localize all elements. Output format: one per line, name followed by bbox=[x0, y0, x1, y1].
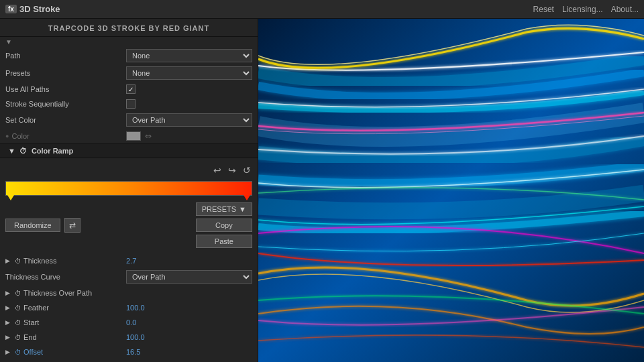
feather-expand-icon[interactable]: ▶ bbox=[5, 304, 10, 311]
redo-button[interactable]: ↪ bbox=[227, 164, 237, 177]
color-ramp-controls: ↩ ↪ ↺ bbox=[5, 164, 252, 177]
set-color-row: Set Color Over Path bbox=[0, 111, 258, 129]
offset-value: 16.5 bbox=[126, 348, 252, 356]
feather-row: ▶ ⏱ Feather 100.0 bbox=[0, 300, 258, 315]
thickness-over-path-expand-icon[interactable]: ▶ bbox=[5, 290, 10, 296]
use-all-paths-label: Use All Paths bbox=[5, 85, 126, 93]
color-value: ⇔ bbox=[126, 131, 252, 141]
loop-row: ⏱ Loop bbox=[0, 359, 258, 362]
start-clock-icon: ⏱ bbox=[15, 319, 21, 326]
start-expand-icon[interactable]: ▶ bbox=[5, 319, 10, 326]
use-all-paths-checkbox[interactable] bbox=[126, 84, 136, 94]
app-header: fx 3D Stroke Reset Licensing... About... bbox=[0, 0, 644, 19]
thickness-value: 2.7 bbox=[126, 257, 252, 265]
offset-expand-icon[interactable]: ▶ bbox=[5, 349, 10, 355]
thickness-clock-icon: ⏱ bbox=[15, 257, 21, 265]
licensing-link[interactable]: Licensing... bbox=[562, 5, 603, 14]
paste-button[interactable]: Paste bbox=[196, 235, 252, 248]
start-value: 0.0 bbox=[126, 318, 252, 326]
path-dropdown[interactable]: None bbox=[126, 49, 252, 62]
thickness-over-path-row: ▶ ⏱ Thickness Over Path bbox=[0, 286, 258, 300]
end-value: 100.0 bbox=[126, 333, 252, 341]
end-clock-icon: ⏱ bbox=[15, 334, 21, 341]
presets-label: PRESETS bbox=[202, 205, 236, 213]
copy-button[interactable]: Copy bbox=[196, 219, 252, 232]
thickness-curve-label: Thickness Curve bbox=[5, 273, 126, 281]
offset-clock-icon: ⏱ bbox=[15, 349, 21, 356]
presets-row: Presets None bbox=[0, 64, 258, 82]
presets-dropdown[interactable]: None bbox=[126, 66, 252, 80]
fx-badge: fx bbox=[5, 5, 17, 13]
color-row: ● Color ⇔ bbox=[0, 129, 258, 143]
offset-label: ▶ ⏱ Offset bbox=[5, 348, 126, 356]
path-row: Path None bbox=[0, 47, 258, 64]
about-link[interactable]: About... bbox=[611, 5, 639, 14]
color-ramp-header[interactable]: ▼ ⏱ Color Ramp bbox=[0, 143, 258, 158]
main-area: TRAPCODE 3D STROKE BY RED GIANT ▼ Path N… bbox=[0, 19, 644, 362]
thickness-curve-dropdown[interactable]: Over Path bbox=[126, 270, 252, 284]
path-label: Path bbox=[5, 52, 126, 60]
stroke-sequentially-checkbox[interactable] bbox=[126, 99, 136, 109]
thickness-curve-row: Thickness Curve Over Path bbox=[0, 268, 258, 286]
presets-label: Presets bbox=[5, 69, 126, 77]
gradient-stop-right[interactable] bbox=[244, 195, 250, 200]
path-value-container: None bbox=[126, 49, 252, 62]
end-label: ▶ ⏱ End bbox=[5, 333, 126, 341]
use-all-paths-value bbox=[126, 84, 252, 94]
reset-gradient-button[interactable]: ↺ bbox=[241, 164, 252, 177]
offset-number[interactable]: 16.5 bbox=[126, 348, 140, 356]
color-ramp-triangle: ▼ bbox=[8, 147, 15, 155]
gradient-bar[interactable] bbox=[5, 181, 252, 196]
preview-panel bbox=[258, 19, 644, 362]
gradient-left-buttons: Randomize ⇄ bbox=[5, 218, 80, 233]
thickness-number[interactable]: 2.7 bbox=[126, 257, 136, 265]
stroke-sequentially-row: Stroke Sequentially bbox=[0, 97, 258, 111]
color-ramp-section: ↩ ↪ ↺ Randomize ⇄ PRESETS ▼ bbox=[0, 158, 258, 253]
swap-button[interactable]: ⇄ bbox=[64, 218, 80, 233]
stroke-sequentially-label: Stroke Sequentially bbox=[5, 100, 126, 108]
gradient-right-buttons: PRESETS ▼ Copy Paste bbox=[196, 202, 252, 248]
color-swatch[interactable] bbox=[126, 131, 141, 141]
set-color-dropdown[interactable]: Over Path bbox=[126, 113, 252, 127]
presets-dropdown-icon: ▼ bbox=[239, 205, 246, 213]
set-color-value-container: Over Path bbox=[126, 113, 252, 127]
use-all-paths-row: Use All Paths bbox=[0, 82, 258, 97]
randomize-button[interactable]: Randomize bbox=[5, 219, 60, 232]
thickness-label: ▶ ⏱ Thickness bbox=[5, 257, 126, 265]
app-title: 3D Stroke bbox=[19, 4, 60, 14]
feather-number[interactable]: 100.0 bbox=[126, 304, 145, 312]
end-expand-icon[interactable]: ▶ bbox=[5, 334, 10, 341]
plugin-title: TRAPCODE 3D STROKE BY RED GIANT bbox=[0, 19, 258, 37]
left-panel: TRAPCODE 3D STROKE BY RED GIANT ▼ Path N… bbox=[0, 19, 258, 362]
feather-label: ▶ ⏱ Feather bbox=[5, 304, 126, 312]
color-ramp-label: Color Ramp bbox=[32, 147, 73, 155]
end-number[interactable]: 100.0 bbox=[126, 333, 145, 341]
offset-row: ▶ ⏱ Offset 16.5 bbox=[0, 345, 258, 359]
app-logo: fx 3D Stroke bbox=[5, 4, 60, 14]
presets-button[interactable]: PRESETS ▼ bbox=[196, 202, 252, 216]
thickness-curve-value: Over Path bbox=[126, 270, 252, 284]
start-row: ▶ ⏱ Start 0.0 bbox=[0, 315, 258, 330]
feather-value: 100.0 bbox=[126, 304, 252, 312]
start-label: ▶ ⏱ Start bbox=[5, 318, 126, 326]
preview-canvas bbox=[258, 19, 644, 362]
thickness-expand-icon[interactable]: ▶ bbox=[5, 257, 10, 264]
color-label: ● Color bbox=[5, 132, 126, 140]
set-color-label: Set Color bbox=[5, 116, 126, 124]
reset-link[interactable]: Reset bbox=[533, 5, 554, 14]
feather-clock-icon: ⏱ bbox=[15, 304, 21, 312]
thickness-row: ▶ ⏱ Thickness 2.7 bbox=[0, 253, 258, 268]
gradient-actions: Randomize ⇄ PRESETS ▼ Copy Paste bbox=[5, 202, 252, 248]
gradient-stop-left[interactable] bbox=[7, 195, 14, 200]
thickness-over-path-label: ▶ ⏱ Thickness Over Path bbox=[5, 289, 126, 297]
thickness-over-path-clock-icon: ⏱ bbox=[15, 290, 21, 297]
end-row: ▶ ⏱ End 100.0 bbox=[0, 330, 258, 345]
stroke-sequentially-value bbox=[126, 99, 252, 109]
color-link-icon: ⇔ bbox=[145, 131, 152, 141]
start-number[interactable]: 0.0 bbox=[126, 318, 136, 326]
undo-button[interactable]: ↩ bbox=[212, 164, 223, 177]
presets-value-container: None bbox=[126, 66, 252, 80]
color-ramp-clock-icon: ⏱ bbox=[19, 147, 27, 155]
dropdown-arrow[interactable]: ▼ bbox=[0, 37, 258, 47]
